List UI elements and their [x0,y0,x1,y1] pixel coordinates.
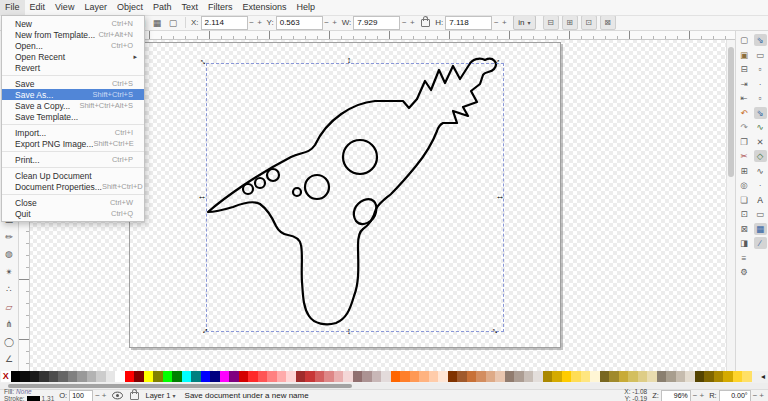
color-swatch[interactable] [58,371,68,382]
palette-scrollbar-thumb[interactable] [8,384,352,388]
file-menu-item[interactable]: Close Ctrl+W [2,197,144,208]
color-swatch[interactable] [552,371,562,382]
color-swatch[interactable] [733,371,743,382]
command-button[interactable]: ⊡ [738,208,751,220]
color-swatch[interactable] [39,371,49,382]
color-swatch[interactable] [87,371,97,382]
color-swatch[interactable] [619,371,629,382]
rotation-input[interactable]: 0.00° [719,390,751,401]
zoom-decrement-button[interactable]: − [693,391,698,400]
y-decrement-button[interactable]: − [323,17,331,29]
menubar-item[interactable]: Text [176,0,203,15]
vertical-scrollbar-thumb[interactable] [728,47,734,177]
selection-handle-e[interactable]: ↔ [495,191,505,201]
color-swatch[interactable] [695,371,705,382]
command-button[interactable]: ⊠ [738,223,751,235]
color-swatch[interactable] [486,371,496,382]
width-increment-button[interactable]: + [408,17,416,29]
menubar-item[interactable]: Extensions [237,0,291,15]
snap-button[interactable]: ▫ [754,63,767,75]
color-swatch[interactable] [381,371,391,382]
color-swatch[interactable] [685,371,695,382]
tool-button[interactable]: ⋔ [2,318,17,331]
color-swatch[interactable] [305,371,315,382]
color-swatch[interactable] [267,371,277,382]
command-button[interactable]: ↷ [738,121,751,133]
tool-button[interactable]: ▱ [2,300,17,313]
snap-button[interactable]: A [754,194,767,206]
tool-button[interactable]: ∴ [2,283,17,296]
color-swatch[interactable] [11,371,21,382]
color-swatch[interactable] [220,371,230,382]
color-swatch[interactable] [324,371,334,382]
snap-button[interactable]: ⇘ [754,34,767,46]
color-swatch[interactable] [410,371,420,382]
layer-visibility-eye-icon[interactable] [112,391,123,400]
color-swatch[interactable] [277,371,287,382]
file-menu-item[interactable]: Open... Ctrl+O [2,40,144,51]
rotation-increment-button[interactable]: + [759,391,764,400]
height-increment-button[interactable]: + [500,17,508,29]
snap-button[interactable]: ∕ [754,237,767,249]
color-swatch[interactable] [258,371,268,382]
file-menu-item[interactable]: Export PNG Image... Shift+Ctrl+E [2,138,144,152]
color-swatch[interactable] [362,371,372,382]
color-swatch[interactable] [153,371,163,382]
command-button[interactable]: ▢ [738,34,751,46]
menubar-item[interactable]: Object [112,0,148,15]
file-menu-item[interactable]: New from Template... Ctrl+Alt+N [2,29,144,40]
color-swatch[interactable] [704,371,714,382]
color-swatch[interactable] [182,371,192,382]
color-swatch[interactable] [391,371,401,382]
command-button[interactable]: ❏ [738,194,751,206]
tool-button[interactable]: ◯ [2,335,17,348]
menubar-item[interactable]: File [0,0,25,15]
command-button[interactable]: ⊟ [738,63,751,75]
color-swatch[interactable] [714,371,724,382]
color-swatch[interactable] [590,371,600,382]
color-swatch[interactable] [163,371,173,382]
selection-command-icon[interactable]: ▢ [166,16,180,29]
file-menu-item[interactable]: Save a Copy... Shift+Ctrl+Alt+S [2,100,144,111]
color-swatch[interactable] [353,371,363,382]
zoom-input[interactable]: 96% [661,390,691,401]
y-input[interactable]: 0.563 [276,16,323,30]
selection-handle-n[interactable]: ↕ [344,55,354,65]
color-swatch[interactable] [286,371,296,382]
rotation-decrement-button[interactable]: − [753,391,758,400]
command-button[interactable]: ▣ [738,49,751,61]
file-menu-item[interactable]: Save Ctrl+S [2,78,144,89]
color-swatch[interactable] [647,371,657,382]
menubar-item[interactable]: View [50,0,79,15]
opacity-input[interactable]: 100 [69,390,93,401]
snap-button[interactable]: ⇘ [754,107,767,119]
command-button[interactable]: ≡ [738,252,751,264]
color-swatch[interactable] [581,371,591,382]
color-swatch[interactable] [524,371,534,382]
snap-button[interactable]: ∿ [754,121,767,133]
color-swatch[interactable] [533,371,543,382]
color-swatch[interactable] [115,371,125,382]
selection-handle-w[interactable]: ↔ [197,191,207,201]
command-button[interactable]: ⇤ [738,92,751,104]
command-button[interactable]: ⊞ [738,165,751,177]
file-menu-item[interactable]: Document Properties... Shift+Ctrl+D [2,181,144,195]
snap-button[interactable]: ▭ [754,49,767,61]
snap-button[interactable]: ∿ [754,165,767,177]
color-swatch[interactable] [657,371,667,382]
height-decrement-button[interactable]: − [492,17,500,29]
color-swatch[interactable] [172,371,182,382]
color-swatch[interactable] [438,371,448,382]
snap-button[interactable]: ▭ [754,208,767,220]
color-swatch[interactable] [600,371,610,382]
snap-button[interactable]: ✕ [754,136,767,148]
file-menu-item[interactable]: Save Template... [2,111,144,125]
color-swatch[interactable] [628,371,638,382]
color-swatch[interactable] [210,371,220,382]
color-swatch[interactable] [514,371,524,382]
color-swatch[interactable] [505,371,515,382]
menubar-item[interactable]: Help [291,0,320,15]
width-decrement-button[interactable]: − [400,17,408,29]
tool-button[interactable]: ✏ [2,230,17,243]
color-swatch[interactable] [334,371,344,382]
